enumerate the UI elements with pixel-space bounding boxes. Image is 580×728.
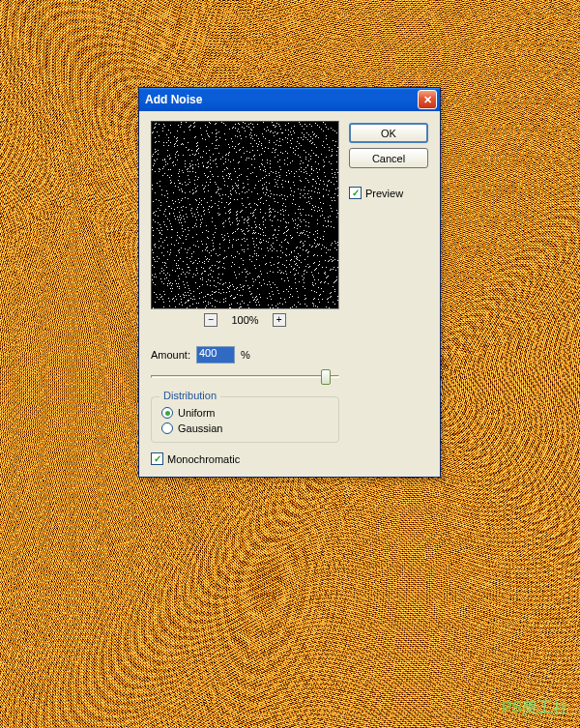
- minus-icon: −: [209, 315, 215, 325]
- gaussian-option[interactable]: Gaussian: [161, 422, 329, 434]
- add-noise-dialog: Add Noise ✕ − 100% + A: [138, 87, 441, 478]
- amount-input[interactable]: 400: [196, 346, 235, 364]
- monochromatic-label: Monochromatic: [167, 453, 240, 465]
- radio-uniform[interactable]: [161, 407, 173, 419]
- slider-track: [151, 375, 339, 378]
- gaussian-label: Gaussian: [178, 422, 222, 434]
- monochromatic-checkbox[interactable]: ✓: [151, 452, 163, 465]
- monochromatic-option[interactable]: ✓ Monochromatic: [151, 452, 339, 465]
- radio-gaussian[interactable]: [161, 422, 173, 434]
- plus-icon: +: [276, 315, 282, 325]
- titlebar[interactable]: Add Noise ✕: [139, 88, 440, 111]
- zoom-controls: − 100% +: [151, 313, 339, 327]
- check-icon: ✓: [352, 188, 360, 198]
- dialog-title: Add Noise: [145, 93, 418, 106]
- slider-thumb[interactable]: [321, 369, 331, 385]
- amount-unit: %: [241, 349, 250, 361]
- amount-slider[interactable]: [151, 367, 339, 385]
- distribution-fieldset: Distribution Uniform Gaussian: [151, 396, 339, 443]
- uniform-option[interactable]: Uniform: [161, 407, 329, 419]
- cancel-button[interactable]: Cancel: [349, 148, 428, 168]
- preview-label: Preview: [365, 188, 403, 199]
- preview-box[interactable]: [151, 121, 339, 309]
- dialog-body: − 100% + Amount: 400 % Distri: [139, 111, 440, 477]
- uniform-label: Uniform: [178, 407, 216, 419]
- amount-row: Amount: 400 %: [151, 346, 339, 364]
- side-buttons: OK Cancel ✓ Preview: [349, 121, 428, 465]
- close-button[interactable]: ✕: [418, 90, 437, 109]
- zoom-out-button[interactable]: −: [204, 313, 218, 327]
- preview-checkbox[interactable]: ✓: [349, 187, 362, 199]
- check-icon: ✓: [154, 453, 161, 464]
- preview-option[interactable]: ✓ Preview: [349, 187, 428, 199]
- zoom-level: 100%: [231, 314, 258, 326]
- amount-label: Amount:: [151, 349, 190, 361]
- preview-noise: [152, 122, 338, 308]
- distribution-legend: Distribution: [160, 390, 220, 401]
- ok-button[interactable]: OK: [349, 123, 428, 143]
- close-icon: ✕: [423, 94, 432, 106]
- zoom-in-button[interactable]: +: [273, 313, 286, 327]
